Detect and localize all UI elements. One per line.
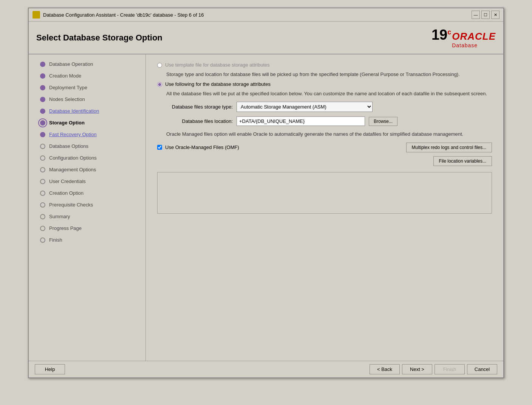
sidebar-item-database-operation[interactable]: Database Operation <box>29 58 145 70</box>
sidebar-label-management-options: Management Options <box>49 167 96 172</box>
sidebar-label-summary: Summary <box>49 214 70 219</box>
sidebar-item-prerequisite-checks[interactable]: Prerequisite Checks <box>29 199 145 211</box>
minimize-button[interactable]: — <box>472 11 480 19</box>
sidebar-label-nodes-selection: Nodes Selection <box>49 96 85 102</box>
sidebar-item-user-credentials[interactable]: User Credentials <box>29 175 145 187</box>
dot-progress-page <box>40 226 45 231</box>
sidebar-item-finish[interactable]: Finish <box>29 234 145 246</box>
dot-database-operation <box>40 62 45 67</box>
omf-label[interactable]: Use Oracle-Managed Files (OMF) <box>165 144 239 150</box>
help-button[interactable]: Help <box>35 364 65 374</box>
dot-configuration-options <box>40 155 45 161</box>
file-location-variables-button[interactable]: File location variables... <box>433 156 492 166</box>
sidebar-label-database-identification: Database Identification <box>49 108 99 114</box>
dot-summary <box>40 214 45 219</box>
main-window: Database Configuration Assistant - Creat… <box>28 8 504 378</box>
dot-storage-option <box>40 120 45 126</box>
sidebar-item-progress-page[interactable]: Progress Page <box>29 222 145 234</box>
sidebar-label-database-options: Database Options <box>49 143 88 149</box>
sidebar-item-database-options[interactable]: Database Options <box>29 140 145 152</box>
finish-button[interactable]: Finish <box>435 364 465 374</box>
radio-following-input[interactable] <box>157 82 162 87</box>
sidebar-item-fast-recovery-option[interactable]: Fast Recovery Option <box>29 129 145 140</box>
oracle-sub: Database <box>452 42 478 48</box>
sidebar-label-finish: Finish <box>49 237 62 243</box>
radio-option-following: Use following for the database storage a… <box>157 81 492 87</box>
window-controls: — ☐ ✕ <box>472 11 500 19</box>
sidebar-label-prerequisite-checks: Prerequisite Checks <box>49 202 93 208</box>
dot-deployment-type <box>40 85 45 90</box>
dot-finish <box>40 237 45 243</box>
oracle-logo: 19c ORACLE Database <box>431 27 496 48</box>
footer-right: < Back Next > Finish Cancel <box>370 364 497 374</box>
sidebar-label-user-credentials: User Credentials <box>49 178 86 184</box>
omf-row: Use Oracle-Managed Files (OMF) Multiplex… <box>157 143 492 152</box>
content-area: Use template file for database storage a… <box>146 54 503 361</box>
close-button[interactable]: ✕ <box>491 11 500 19</box>
omf-checkbox-group: Use Oracle-Managed Files (OMF) <box>157 144 239 150</box>
next-button[interactable]: Next > <box>402 364 432 374</box>
dot-creation-mode <box>40 73 45 79</box>
footer-left: Help <box>35 364 65 374</box>
dot-user-credentials <box>40 179 45 184</box>
sidebar-item-deployment-type[interactable]: Deployment Type <box>29 82 145 93</box>
sidebar-label-fast-recovery-option: Fast Recovery Option <box>49 132 97 137</box>
sidebar-item-nodes-selection[interactable]: Nodes Selection <box>29 93 145 105</box>
location-label: Database files location: <box>157 118 233 124</box>
dot-database-identification <box>40 109 45 114</box>
sidebar-item-management-options[interactable]: Management Options <box>29 164 145 175</box>
radio-option-template: Use template file for database storage a… <box>157 62 492 68</box>
page-title: Select Database Storage Option <box>36 33 162 43</box>
storage-type-row: Database files storage type: Automatic S… <box>157 102 492 112</box>
dot-fast-recovery-option <box>40 132 45 137</box>
maximize-button[interactable]: ☐ <box>481 11 490 19</box>
dot-management-options <box>40 167 45 172</box>
title-bar: Database Configuration Assistant - Creat… <box>29 8 503 22</box>
footer: Help < Back Next > Finish Cancel <box>29 361 503 377</box>
oracle-brand: ORACLE <box>452 31 496 42</box>
omf-checkbox[interactable] <box>157 145 162 150</box>
svg-point-1 <box>35 14 37 16</box>
radio-template-input[interactable] <box>157 63 162 68</box>
storage-type-label: Database files storage type: <box>157 104 233 110</box>
storage-type-label-text: Database files storage type: <box>172 104 233 110</box>
radio-following-description: All the database files will be put at th… <box>166 90 492 98</box>
main-content: Database OperationCreation ModeDeploymen… <box>29 54 503 361</box>
sidebar-label-database-operation: Database Operation <box>49 61 93 67</box>
back-button[interactable]: < Back <box>370 364 400 374</box>
cancel-button[interactable]: Cancel <box>467 364 497 374</box>
sidebar-label-deployment-type: Deployment Type <box>49 85 87 90</box>
radio-template-label[interactable]: Use template file for database storage a… <box>165 62 270 68</box>
dot-creation-option <box>40 191 45 196</box>
omf-description: Oracle Managed files option will enable … <box>166 130 492 138</box>
app-icon <box>32 11 40 19</box>
dot-prerequisite-checks <box>40 202 45 208</box>
sidebar-label-progress-page: Progress Page <box>49 225 82 231</box>
storage-type-select[interactable]: Automatic Storage Management (ASM) File … <box>237 102 373 112</box>
info-box <box>157 172 492 214</box>
oracle-version: 19c <box>431 27 451 43</box>
sidebar-item-storage-option[interactable]: Storage Option <box>29 117 145 129</box>
sidebar-item-summary[interactable]: Summary <box>29 211 145 222</box>
oracle-text: ORACLE Database <box>452 31 496 48</box>
sidebar-item-configuration-options[interactable]: Configuration Options <box>29 152 145 164</box>
dot-nodes-selection <box>40 97 45 102</box>
header-area: Select Database Storage Option 19c ORACL… <box>29 22 503 54</box>
browse-button[interactable]: Browse... <box>369 117 397 126</box>
sidebar-label-configuration-options: Configuration Options <box>49 155 97 161</box>
radio-template-description: Storage type and location for database f… <box>166 71 492 78</box>
sidebar-label-storage-option: Storage Option <box>49 120 85 126</box>
location-row: Database files location: Browse... <box>157 116 492 126</box>
multiplex-button[interactable]: Multiplex redo logs and control files... <box>406 143 492 152</box>
sidebar: Database OperationCreation ModeDeploymen… <box>29 54 146 361</box>
sidebar-label-creation-mode: Creation Mode <box>49 73 81 79</box>
radio-following-label[interactable]: Use following for the database storage a… <box>165 81 271 87</box>
title-bar-left: Database Configuration Assistant - Creat… <box>32 11 204 19</box>
location-input[interactable] <box>237 116 365 126</box>
sidebar-item-database-identification[interactable]: Database Identification <box>29 105 145 117</box>
sidebar-item-creation-option[interactable]: Creation Option <box>29 187 145 199</box>
location-label-text: Database files location: <box>182 118 233 124</box>
window-title: Database Configuration Assistant - Creat… <box>43 12 204 18</box>
sidebar-item-creation-mode[interactable]: Creation Mode <box>29 70 145 82</box>
sidebar-label-creation-option: Creation Option <box>49 190 84 196</box>
